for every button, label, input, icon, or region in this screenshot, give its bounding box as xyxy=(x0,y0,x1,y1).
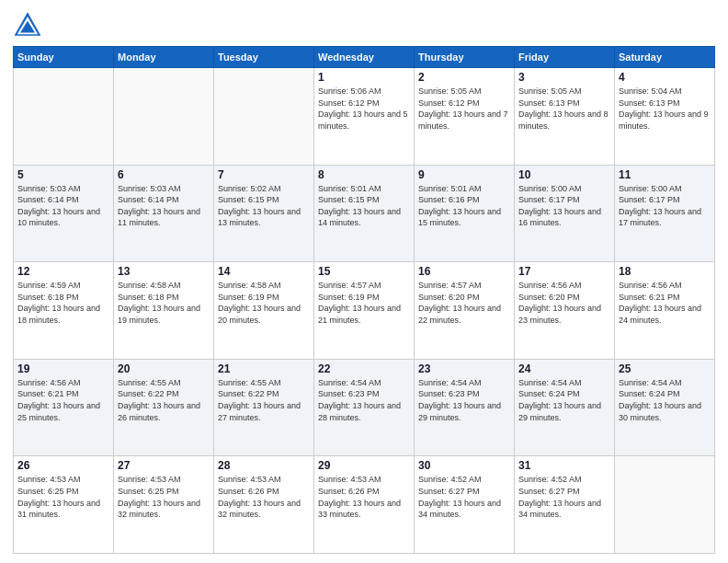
calendar-week-row: 26Sunrise: 4:53 AM Sunset: 6:25 PM Dayli… xyxy=(14,456,715,554)
header xyxy=(13,9,715,39)
day-info: Sunrise: 5:03 AM Sunset: 6:14 PM Dayligh… xyxy=(118,183,210,229)
day-number: 21 xyxy=(218,362,310,375)
day-info: Sunrise: 4:53 AM Sunset: 6:26 PM Dayligh… xyxy=(318,474,410,520)
day-number: 10 xyxy=(518,168,610,181)
calendar-cell: 5Sunrise: 5:03 AM Sunset: 6:14 PM Daylig… xyxy=(14,165,114,262)
calendar-cell: 9Sunrise: 5:01 AM Sunset: 6:16 PM Daylig… xyxy=(415,165,515,262)
calendar-cell xyxy=(214,68,314,166)
day-info: Sunrise: 5:05 AM Sunset: 6:12 PM Dayligh… xyxy=(418,86,510,132)
calendar-header-friday: Friday xyxy=(515,47,615,68)
calendar-week-row: 12Sunrise: 4:59 AM Sunset: 6:18 PM Dayli… xyxy=(14,262,715,360)
calendar-cell: 23Sunrise: 4:54 AM Sunset: 6:23 PM Dayli… xyxy=(415,359,515,456)
day-info: Sunrise: 5:03 AM Sunset: 6:14 PM Dayligh… xyxy=(17,183,109,229)
day-info: Sunrise: 5:01 AM Sunset: 6:15 PM Dayligh… xyxy=(318,183,410,229)
day-info: Sunrise: 4:54 AM Sunset: 6:23 PM Dayligh… xyxy=(418,377,510,423)
calendar-cell: 27Sunrise: 4:53 AM Sunset: 6:25 PM Dayli… xyxy=(114,456,214,554)
day-info: Sunrise: 4:52 AM Sunset: 6:27 PM Dayligh… xyxy=(418,474,510,520)
day-number: 27 xyxy=(118,459,210,472)
calendar-cell: 15Sunrise: 4:57 AM Sunset: 6:19 PM Dayli… xyxy=(314,262,415,360)
day-info: Sunrise: 4:54 AM Sunset: 6:24 PM Dayligh… xyxy=(619,377,711,423)
day-number: 16 xyxy=(418,265,510,278)
day-number: 11 xyxy=(619,168,711,181)
day-number: 31 xyxy=(518,459,610,472)
calendar-cell: 21Sunrise: 4:55 AM Sunset: 6:22 PM Dayli… xyxy=(214,359,314,456)
calendar-cell: 28Sunrise: 4:53 AM Sunset: 6:26 PM Dayli… xyxy=(214,456,314,554)
day-number: 12 xyxy=(17,265,109,278)
calendar-cell: 14Sunrise: 4:58 AM Sunset: 6:19 PM Dayli… xyxy=(214,262,314,360)
day-info: Sunrise: 4:54 AM Sunset: 6:23 PM Dayligh… xyxy=(318,377,410,423)
day-info: Sunrise: 5:01 AM Sunset: 6:16 PM Dayligh… xyxy=(418,183,510,229)
calendar-week-row: 19Sunrise: 4:56 AM Sunset: 6:21 PM Dayli… xyxy=(14,359,715,456)
day-info: Sunrise: 5:05 AM Sunset: 6:13 PM Dayligh… xyxy=(518,86,610,132)
calendar-week-row: 5Sunrise: 5:03 AM Sunset: 6:14 PM Daylig… xyxy=(14,165,715,262)
day-info: Sunrise: 4:57 AM Sunset: 6:20 PM Dayligh… xyxy=(418,280,510,326)
calendar-cell: 19Sunrise: 4:56 AM Sunset: 6:21 PM Dayli… xyxy=(14,359,114,456)
calendar-header-row: SundayMondayTuesdayWednesdayThursdayFrid… xyxy=(14,47,715,68)
day-info: Sunrise: 4:54 AM Sunset: 6:24 PM Dayligh… xyxy=(518,377,610,423)
day-number: 4 xyxy=(619,71,711,84)
day-info: Sunrise: 5:04 AM Sunset: 6:13 PM Dayligh… xyxy=(619,86,711,132)
calendar-table: SundayMondayTuesdayWednesdayThursdayFrid… xyxy=(13,46,715,554)
calendar-cell: 4Sunrise: 5:04 AM Sunset: 6:13 PM Daylig… xyxy=(615,68,715,166)
calendar-header-thursday: Thursday xyxy=(415,47,515,68)
day-number: 13 xyxy=(118,265,210,278)
calendar-cell: 26Sunrise: 4:53 AM Sunset: 6:25 PM Dayli… xyxy=(14,456,114,554)
calendar-cell xyxy=(615,456,715,554)
day-number: 7 xyxy=(218,168,310,181)
day-info: Sunrise: 4:55 AM Sunset: 6:22 PM Dayligh… xyxy=(218,377,310,423)
calendar-header-tuesday: Tuesday xyxy=(214,47,314,68)
day-info: Sunrise: 4:53 AM Sunset: 6:25 PM Dayligh… xyxy=(17,474,109,520)
calendar-cell: 13Sunrise: 4:58 AM Sunset: 6:18 PM Dayli… xyxy=(114,262,214,360)
calendar-header-wednesday: Wednesday xyxy=(314,47,415,68)
day-number: 5 xyxy=(17,168,109,181)
calendar-week-row: 1Sunrise: 5:06 AM Sunset: 6:12 PM Daylig… xyxy=(14,68,715,166)
day-number: 15 xyxy=(318,265,410,278)
logo xyxy=(13,9,46,39)
calendar-header-sunday: Sunday xyxy=(14,47,114,68)
calendar-header-saturday: Saturday xyxy=(615,47,715,68)
day-number: 26 xyxy=(17,459,109,472)
day-number: 22 xyxy=(318,362,410,375)
calendar-cell: 16Sunrise: 4:57 AM Sunset: 6:20 PM Dayli… xyxy=(415,262,515,360)
day-number: 30 xyxy=(418,459,510,472)
day-info: Sunrise: 4:53 AM Sunset: 6:26 PM Dayligh… xyxy=(218,474,310,520)
calendar-header-monday: Monday xyxy=(114,47,214,68)
day-info: Sunrise: 4:58 AM Sunset: 6:19 PM Dayligh… xyxy=(218,280,310,326)
day-info: Sunrise: 5:06 AM Sunset: 6:12 PM Dayligh… xyxy=(318,86,410,132)
day-number: 24 xyxy=(518,362,610,375)
calendar-cell: 3Sunrise: 5:05 AM Sunset: 6:13 PM Daylig… xyxy=(515,68,615,166)
day-info: Sunrise: 4:56 AM Sunset: 6:21 PM Dayligh… xyxy=(619,280,711,326)
calendar-cell: 2Sunrise: 5:05 AM Sunset: 6:12 PM Daylig… xyxy=(415,68,515,166)
day-number: 17 xyxy=(518,265,610,278)
day-info: Sunrise: 4:57 AM Sunset: 6:19 PM Dayligh… xyxy=(318,280,410,326)
day-number: 8 xyxy=(318,168,410,181)
day-number: 29 xyxy=(318,459,410,472)
calendar-cell: 29Sunrise: 4:53 AM Sunset: 6:26 PM Dayli… xyxy=(314,456,415,554)
calendar-cell: 11Sunrise: 5:00 AM Sunset: 6:17 PM Dayli… xyxy=(615,165,715,262)
day-number: 28 xyxy=(218,459,310,472)
calendar-cell: 6Sunrise: 5:03 AM Sunset: 6:14 PM Daylig… xyxy=(114,165,214,262)
calendar-cell: 24Sunrise: 4:54 AM Sunset: 6:24 PM Dayli… xyxy=(515,359,615,456)
day-info: Sunrise: 4:58 AM Sunset: 6:18 PM Dayligh… xyxy=(118,280,210,326)
calendar-cell: 7Sunrise: 5:02 AM Sunset: 6:15 PM Daylig… xyxy=(214,165,314,262)
logo-icon xyxy=(13,9,42,39)
day-number: 18 xyxy=(619,265,711,278)
day-number: 2 xyxy=(418,71,510,84)
calendar-cell: 17Sunrise: 4:56 AM Sunset: 6:20 PM Dayli… xyxy=(515,262,615,360)
day-info: Sunrise: 4:59 AM Sunset: 6:18 PM Dayligh… xyxy=(17,280,109,326)
day-number: 19 xyxy=(17,362,109,375)
calendar-cell: 1Sunrise: 5:06 AM Sunset: 6:12 PM Daylig… xyxy=(314,68,415,166)
day-info: Sunrise: 4:55 AM Sunset: 6:22 PM Dayligh… xyxy=(118,377,210,423)
day-info: Sunrise: 4:52 AM Sunset: 6:27 PM Dayligh… xyxy=(518,474,610,520)
calendar-cell: 10Sunrise: 5:00 AM Sunset: 6:17 PM Dayli… xyxy=(515,165,615,262)
calendar-cell: 12Sunrise: 4:59 AM Sunset: 6:18 PM Dayli… xyxy=(14,262,114,360)
day-number: 3 xyxy=(518,71,610,84)
day-info: Sunrise: 5:00 AM Sunset: 6:17 PM Dayligh… xyxy=(619,183,711,229)
day-info: Sunrise: 4:56 AM Sunset: 6:21 PM Dayligh… xyxy=(17,377,109,423)
calendar-cell: 25Sunrise: 4:54 AM Sunset: 6:24 PM Dayli… xyxy=(615,359,715,456)
day-info: Sunrise: 4:53 AM Sunset: 6:25 PM Dayligh… xyxy=(118,474,210,520)
day-number: 23 xyxy=(418,362,510,375)
day-number: 6 xyxy=(118,168,210,181)
day-number: 1 xyxy=(318,71,410,84)
calendar-cell: 22Sunrise: 4:54 AM Sunset: 6:23 PM Dayli… xyxy=(314,359,415,456)
